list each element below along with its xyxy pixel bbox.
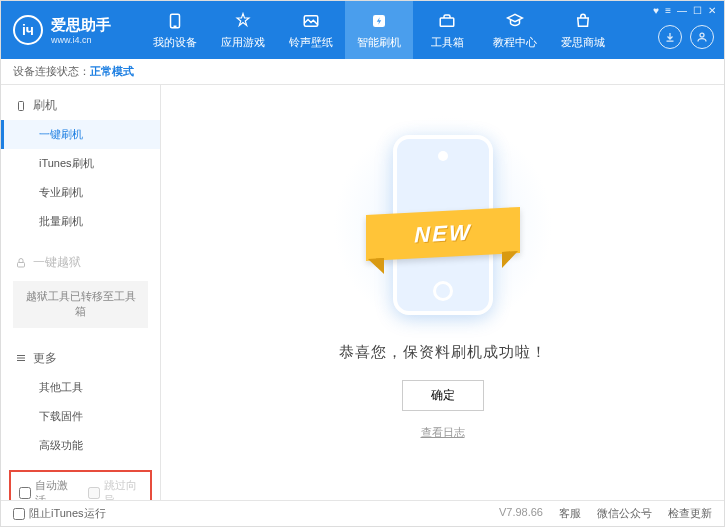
apps-icon (233, 11, 253, 31)
window-controls: ♥ ≡ — ☐ ✕ (653, 5, 716, 16)
footer-support[interactable]: 客服 (559, 506, 581, 521)
block-itunes-checkbox[interactable]: 阻止iTunes运行 (13, 506, 106, 521)
app-header: iч 爱思助手 www.i4.cn 我的设备 应用游戏 铃声壁纸 智能刷机 (1, 1, 724, 59)
app-title: 爱思助手 (51, 16, 111, 35)
footer: 阻止iTunes运行 V7.98.66 客服 微信公众号 检查更新 (1, 500, 724, 526)
nav-store[interactable]: 爱思商城 (549, 1, 617, 59)
sidebar-item-other[interactable]: 其他工具 (1, 373, 160, 402)
status-label: 设备连接状态： (13, 64, 90, 79)
sidebar: 刷机 一键刷机 iTunes刷机 专业刷机 批量刷机 一键越狱 越狱工具已转移至… (1, 85, 161, 500)
svg-rect-4 (440, 18, 454, 26)
nav-flash[interactable]: 智能刷机 (345, 1, 413, 59)
status-bar: 设备连接状态： 正常模式 (1, 59, 724, 85)
flash-icon (369, 11, 389, 31)
sidebar-item-itunes[interactable]: iTunes刷机 (1, 149, 160, 178)
main-content: NEW 恭喜您，保资料刷机成功啦！ 确定 查看日志 (161, 85, 724, 500)
auto-activate-checkbox[interactable]: 自动激活 (19, 478, 74, 500)
nav-toolbox[interactable]: 工具箱 (413, 1, 481, 59)
nav-ringtones[interactable]: 铃声壁纸 (277, 1, 345, 59)
status-mode: 正常模式 (90, 64, 134, 79)
ok-button[interactable]: 确定 (402, 380, 484, 411)
user-button[interactable] (690, 25, 714, 49)
svg-rect-6 (19, 101, 24, 110)
minimize-icon[interactable]: — (677, 5, 687, 16)
svg-rect-7 (18, 262, 25, 267)
nav-my-device[interactable]: 我的设备 (141, 1, 209, 59)
footer-wechat[interactable]: 微信公众号 (597, 506, 652, 521)
svg-point-5 (700, 33, 704, 37)
toolbox-icon (437, 11, 457, 31)
nav-apps[interactable]: 应用游戏 (209, 1, 277, 59)
sidebar-jailbreak-note: 越狱工具已转移至工具箱 (13, 281, 148, 328)
menu-lines-icon (15, 352, 27, 364)
image-icon (301, 11, 321, 31)
app-url: www.i4.cn (51, 35, 111, 45)
sidebar-item-firmware[interactable]: 下载固件 (1, 402, 160, 431)
top-nav: 我的设备 应用游戏 铃声壁纸 智能刷机 工具箱 教程中心 (141, 1, 724, 59)
sidebar-more-head[interactable]: 更多 (1, 344, 160, 373)
cart-icon[interactable]: ♥ (653, 5, 659, 16)
nav-tutorials[interactable]: 教程中心 (481, 1, 549, 59)
sidebar-item-advanced[interactable]: 高级功能 (1, 431, 160, 460)
footer-update[interactable]: 检查更新 (668, 506, 712, 521)
close-icon[interactable]: ✕ (708, 5, 716, 16)
device-icon (165, 11, 185, 31)
download-button[interactable] (658, 25, 682, 49)
lock-icon (15, 257, 27, 269)
success-message: 恭喜您，保资料刷机成功啦！ (339, 343, 547, 362)
logo-area: iч 爱思助手 www.i4.cn (1, 15, 141, 45)
sidebar-flash-head[interactable]: 刷机 (1, 91, 160, 120)
skip-guide-checkbox[interactable]: 跳过向导 (88, 478, 143, 500)
sidebar-item-batch[interactable]: 批量刷机 (1, 207, 160, 236)
tutorial-icon (505, 11, 525, 31)
store-icon (573, 11, 593, 31)
version-text: V7.98.66 (499, 506, 543, 521)
sidebar-jailbreak-head: 一键越狱 (1, 248, 160, 277)
maximize-icon[interactable]: ☐ (693, 5, 702, 16)
view-log-link[interactable]: 查看日志 (421, 425, 465, 440)
options-highlight: 自动激活 跳过向导 (9, 470, 152, 500)
menu-icon[interactable]: ≡ (665, 5, 671, 16)
sidebar-item-pro[interactable]: 专业刷机 (1, 178, 160, 207)
success-illustration: NEW (378, 125, 508, 325)
ribbon-text: NEW (414, 219, 471, 248)
phone-icon (15, 100, 27, 112)
logo-icon: iч (13, 15, 43, 45)
sidebar-item-oneclick[interactable]: 一键刷机 (1, 120, 160, 149)
